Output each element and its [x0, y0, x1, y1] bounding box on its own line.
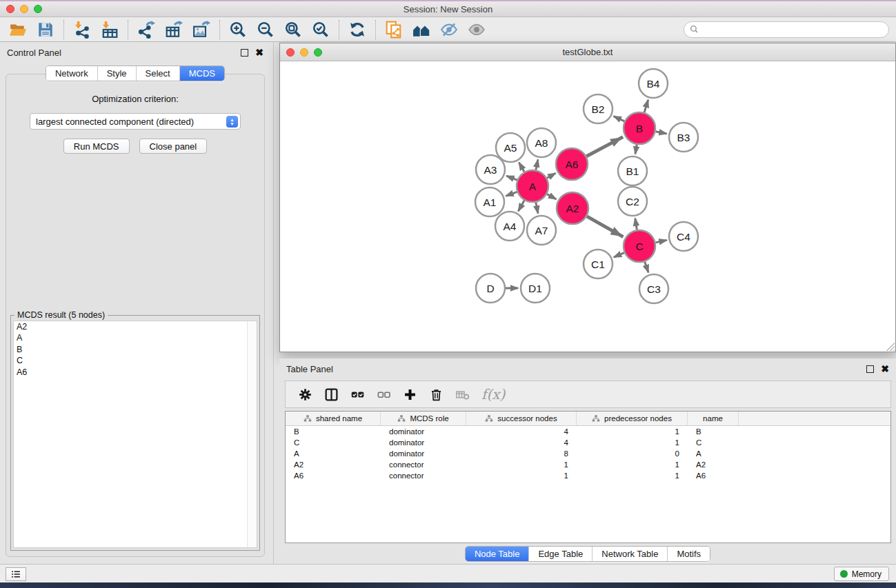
table-row[interactable]: A2connector11A2: [286, 459, 890, 470]
network-canvas[interactable]: B4B2BB3A8A5A6B1A3AC2A1A2A4A7C4CC1C3DD1: [280, 61, 895, 352]
criterion-select[interactable]: largest connected component (directed) ▲…: [30, 113, 241, 130]
copy-network-button[interactable]: [380, 19, 408, 41]
table-cell[interactable]: A: [688, 449, 739, 458]
deselect-all-button[interactable]: [375, 385, 392, 404]
table-cell[interactable]: 1: [577, 460, 688, 469]
graph-edge-A-A6[interactable]: [547, 173, 556, 178]
zoom-in-button[interactable]: [224, 19, 252, 41]
graph-node-A[interactable]: A: [517, 170, 548, 202]
table-cell[interactable]: dominator: [381, 449, 466, 458]
graph-edge-C-C2[interactable]: [635, 219, 637, 230]
table-cell[interactable]: 1: [577, 427, 688, 436]
open-session-button[interactable]: [4, 19, 32, 41]
close-panel-button[interactable]: ✖: [255, 49, 263, 57]
graph-node-D1[interactable]: D1: [521, 274, 550, 303]
table-cell[interactable]: 4: [466, 438, 577, 447]
table-cell[interactable]: C: [286, 438, 381, 447]
result-scrollbar[interactable]: [247, 321, 257, 547]
close-table-panel-button[interactable]: ✖: [881, 365, 889, 373]
search-field[interactable]: [684, 21, 889, 38]
float-panel-button[interactable]: [241, 49, 248, 57]
graph-node-C1[interactable]: C1: [584, 250, 613, 278]
close-panel-button-2[interactable]: Close panel: [139, 139, 208, 154]
table-cell[interactable]: C: [688, 438, 739, 447]
table-cell[interactable]: B: [286, 427, 381, 436]
delete-table-button[interactable]: [454, 385, 470, 404]
graph-node-B1[interactable]: B1: [618, 156, 647, 185]
table-cell[interactable]: connector: [381, 460, 466, 469]
search-input[interactable]: [701, 23, 888, 37]
export-network-button[interactable]: [132, 19, 160, 41]
table-tab-network-table[interactable]: Network Table: [593, 547, 668, 561]
graph-node-A3[interactable]: A3: [476, 155, 505, 184]
graph-edge-A6-B[interactable]: [586, 137, 623, 156]
result-item[interactable]: A: [14, 332, 257, 343]
table-cell[interactable]: A2: [688, 460, 739, 469]
table-cell[interactable]: dominator: [381, 427, 466, 436]
tab-network[interactable]: Network: [46, 66, 98, 81]
table-cell[interactable]: A6: [688, 472, 739, 480]
graph-edge-A2-C[interactable]: [587, 216, 624, 237]
graph-node-B3[interactable]: B3: [669, 123, 698, 152]
graph-edge-B-B3[interactable]: [656, 132, 667, 134]
graph-node-B[interactable]: B: [624, 112, 655, 144]
hide-selected-button[interactable]: [435, 19, 463, 41]
result-item[interactable]: B: [14, 344, 257, 355]
tab-mcds[interactable]: MCDS: [180, 66, 224, 81]
table-tab-motifs[interactable]: Motifs: [668, 547, 710, 561]
add-column-button[interactable]: [401, 385, 418, 404]
result-item[interactable]: C: [14, 355, 257, 366]
table-row[interactable]: Cdominator41C: [286, 437, 890, 448]
export-image-button[interactable]: [188, 19, 215, 41]
graph-node-C3[interactable]: C3: [639, 274, 668, 303]
task-history-button[interactable]: [6, 567, 26, 581]
select-all-button[interactable]: [349, 385, 366, 404]
save-session-button[interactable]: [32, 19, 59, 41]
graph-edge-C-C4[interactable]: [655, 240, 666, 243]
gear-button[interactable]: [297, 385, 313, 404]
graph-node-A5[interactable]: A5: [496, 133, 525, 162]
table-cell[interactable]: 1: [577, 438, 688, 447]
table-cell[interactable]: 4: [466, 427, 577, 436]
zoom-out-button[interactable]: [252, 19, 279, 41]
table-row[interactable]: A6connector11A6: [286, 470, 890, 481]
graph-node-A6[interactable]: A6: [556, 148, 588, 180]
table-cell[interactable]: connector: [381, 472, 466, 480]
table-cell[interactable]: B: [688, 427, 739, 436]
result-item[interactable]: A2: [14, 321, 257, 332]
refresh-layout-button[interactable]: [344, 19, 371, 41]
table-cell[interactable]: 1: [577, 472, 688, 480]
graph-node-D[interactable]: D: [476, 274, 505, 303]
graph-node-A7[interactable]: A7: [527, 216, 556, 245]
graph-node-C4[interactable]: C4: [669, 222, 698, 251]
graph-edge-A-A1[interactable]: [506, 192, 517, 196]
table-row[interactable]: Bdominator41B: [286, 426, 890, 437]
graph-node-A8[interactable]: A8: [527, 128, 556, 157]
column-header-predecessor-nodes[interactable]: predecessor nodes: [577, 412, 688, 425]
network-graph[interactable]: B4B2BB3A8A5A6B1A3AC2A1A2A4A7C4CC1C3DD1: [280, 61, 895, 352]
graph-edge-B-B1[interactable]: [635, 145, 637, 154]
graph-node-C2[interactable]: C2: [618, 187, 647, 216]
graph-edge-A-A3[interactable]: [506, 176, 517, 180]
table-tab-node-table[interactable]: Node Table: [466, 547, 530, 561]
float-table-panel-button[interactable]: [866, 365, 874, 373]
import-network-button[interactable]: [68, 19, 96, 41]
resize-grip[interactable]: [886, 342, 895, 351]
graph-node-A4[interactable]: A4: [495, 212, 524, 241]
graph-node-A2[interactable]: A2: [557, 192, 588, 224]
graph-edge-B-B2[interactable]: [614, 116, 625, 121]
table-row[interactable]: Adominator80A: [286, 448, 890, 459]
graph-node-B2[interactable]: B2: [584, 94, 613, 123]
table-cell[interactable]: 8: [466, 449, 577, 458]
table-cell[interactable]: 1: [466, 472, 577, 480]
first-neighbors-button[interactable]: [408, 19, 435, 41]
column-header-name[interactable]: name: [688, 412, 739, 425]
tab-style[interactable]: Style: [98, 66, 137, 81]
delete-column-button[interactable]: [428, 385, 444, 404]
graph-node-A1[interactable]: A1: [475, 187, 504, 216]
table-cell[interactable]: A: [286, 449, 381, 458]
graph-edge-A-A4[interactable]: [518, 201, 524, 211]
table-cell[interactable]: A2: [286, 460, 381, 469]
show-all-button[interactable]: [463, 19, 490, 41]
memory-button[interactable]: Memory: [834, 567, 889, 581]
